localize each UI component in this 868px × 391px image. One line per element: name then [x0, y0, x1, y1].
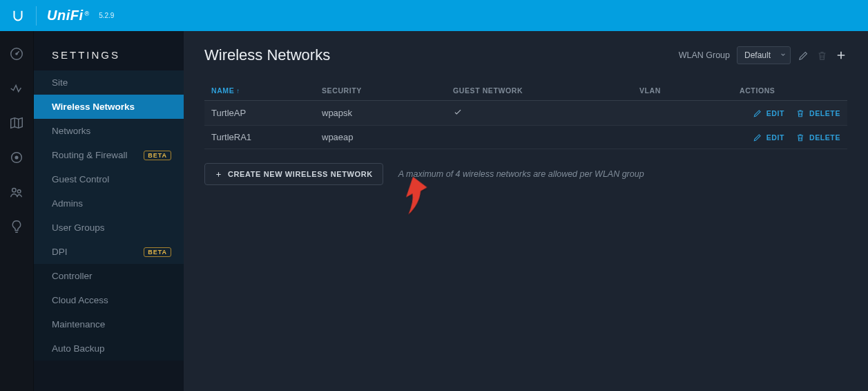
topbar: UniFi® 5.2.9 — [0, 0, 868, 31]
svg-point-1 — [16, 53, 17, 55]
col-vlan[interactable]: VLAN — [633, 81, 733, 101]
sidebar-item-wireless-networks[interactable]: Wireless Networks — [34, 95, 184, 119]
svg-point-4 — [12, 189, 16, 193]
dashboard-icon[interactable] — [9, 46, 24, 61]
sidebar-item-guest-control[interactable]: Guest Control — [34, 167, 184, 191]
sidebar-item-networks[interactable]: Networks — [34, 119, 184, 143]
wlan-group-select[interactable]: Default — [737, 46, 791, 64]
sidebar-item-label: Routing & Firewall — [52, 150, 128, 160]
table-row: TurtleAPwpapskEDITDELETE — [204, 101, 847, 126]
check-icon — [453, 108, 463, 119]
chevron-down-icon — [780, 52, 786, 59]
sidebar-item-label: Admins — [52, 198, 83, 209]
cell-security: wpapsk — [315, 101, 446, 126]
sidebar-item-label: Guest Control — [52, 174, 109, 184]
sidebar-item-label: Maintenance — [52, 319, 105, 330]
wlan-group-label: WLAN Group — [679, 50, 730, 60]
wireless-networks-table: NAME↑ SECURITY GUEST NETWORK VLAN ACTION… — [204, 81, 847, 149]
create-wireless-network-button[interactable]: CREATE NEW WIRELESS NETWORK — [204, 163, 383, 185]
sidebar-item-user-groups[interactable]: User Groups — [34, 216, 184, 240]
unifi-logo-icon — [10, 8, 26, 23]
sidebar-item-label: User Groups — [52, 222, 105, 233]
sidebar-item-auto-backup[interactable]: Auto Backup — [34, 336, 184, 361]
sidebar-item-label: Wireless Networks — [52, 102, 135, 112]
settings-sidebar: SETTINGS SiteWireless NetworksNetworksRo… — [33, 31, 184, 391]
col-security[interactable]: SECURITY — [315, 81, 446, 101]
statistics-icon[interactable] — [9, 81, 24, 96]
map-icon[interactable] — [9, 115, 24, 131]
sidebar-item-controller[interactable]: Controller — [34, 264, 184, 288]
brand-name: UniFi® — [47, 8, 89, 23]
sidebar-item-label: Networks — [52, 126, 90, 136]
sidebar-item-label: Auto Backup — [52, 343, 105, 354]
col-guest[interactable]: GUEST NETWORK — [446, 81, 633, 101]
insights-icon[interactable] — [9, 219, 24, 234]
sidebar-item-label: Cloud Access — [52, 295, 108, 305]
create-hint: A maximum of 4 wireless networks are all… — [398, 169, 644, 179]
cell-vlan — [633, 101, 733, 126]
sidebar-item-dpi[interactable]: DPIBETA — [34, 240, 184, 264]
delete-button[interactable]: DELETE — [795, 108, 840, 118]
cell-actions: EDITDELETE — [733, 101, 847, 126]
sidebar-title: SETTINGS — [34, 31, 184, 70]
main-content: Wireless Networks WLAN Group Default — [184, 31, 868, 391]
col-name[interactable]: NAME↑ — [204, 81, 315, 101]
sidebar-item-admins[interactable]: Admins — [34, 191, 184, 216]
devices-icon[interactable] — [9, 150, 24, 165]
beta-badge: BETA — [144, 151, 171, 160]
trash-icon — [816, 50, 828, 61]
cell-guest — [446, 126, 633, 149]
page-title: Wireless Networks — [204, 46, 330, 64]
sidebar-item-routing-firewall[interactable]: Routing & FirewallBETA — [34, 143, 184, 167]
sidebar-item-label: DPI — [52, 247, 68, 257]
edit-button[interactable]: EDIT — [753, 108, 784, 118]
svg-point-3 — [15, 156, 18, 159]
sidebar-item-maintenance[interactable]: Maintenance — [34, 312, 184, 336]
col-actions: ACTIONS — [733, 81, 847, 101]
cell-vlan — [633, 126, 733, 149]
table-row: TurtleRA1wpaeapEDITDELETE — [204, 126, 847, 149]
sidebar-item-cloud-access[interactable]: Cloud Access — [34, 288, 184, 312]
delete-button[interactable]: DELETE — [795, 133, 840, 142]
cell-name: TurtleRA1 — [204, 126, 315, 149]
beta-badge: BETA — [144, 247, 171, 257]
nav-rail — [0, 31, 33, 391]
topbar-divider — [36, 6, 37, 26]
clients-icon[interactable] — [9, 184, 24, 200]
edit-button[interactable]: EDIT — [753, 133, 784, 142]
version-label: 5.2.9 — [99, 12, 114, 19]
cell-actions: EDITDELETE — [733, 126, 847, 149]
cell-guest — [446, 101, 633, 126]
svg-point-5 — [17, 190, 21, 193]
sidebar-item-label: Controller — [52, 271, 93, 281]
sidebar-item-site[interactable]: Site — [34, 70, 184, 95]
sidebar-item-label: Site — [52, 77, 68, 88]
cell-name: TurtleAP — [204, 101, 315, 126]
pencil-icon[interactable] — [798, 50, 809, 61]
plus-icon[interactable] — [835, 49, 847, 61]
cell-security: wpaeap — [315, 126, 446, 149]
